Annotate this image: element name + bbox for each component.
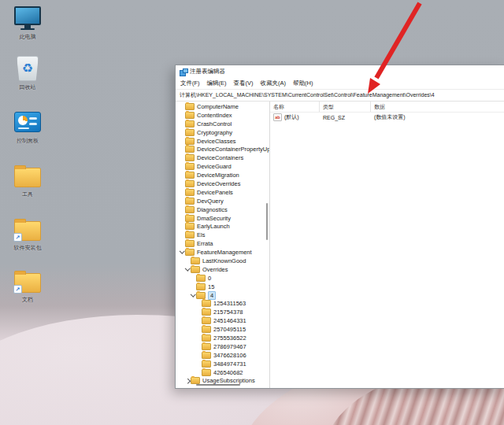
folder-icon bbox=[185, 240, 195, 247]
registry-tree: ComputerNameContentIndexCrashControlCryp… bbox=[176, 102, 270, 388]
desktop-icon-recycle-bin[interactable]: ♻ 回收站 bbox=[3, 55, 52, 91]
tree-item-label: 1254311563 bbox=[213, 300, 246, 307]
folder-icon bbox=[185, 120, 195, 128]
folder-icon bbox=[185, 163, 195, 170]
address-bar[interactable]: 计算机\HKEY_LOCAL_MACHINE\SYSTEM\CurrentCon… bbox=[176, 90, 504, 102]
tree-item-label: DeviceMigration bbox=[197, 172, 239, 179]
tree-item[interactable]: DeviceMigration bbox=[176, 171, 269, 179]
registry-path: 计算机\HKEY_LOCAL_MACHINE\SYSTEM\CurrentCon… bbox=[180, 91, 435, 99]
menu-file[interactable]: 文件(F) bbox=[180, 79, 200, 87]
folder-shortcut-icon: ↗ bbox=[13, 268, 43, 294]
value-name: (默认) bbox=[284, 113, 299, 121]
desktop-icon-this-pc[interactable]: 此电脑 bbox=[3, 5, 52, 40]
window-title: 注册表编辑器 bbox=[190, 68, 225, 76]
tree-vertical-scrollbar[interactable] bbox=[266, 203, 268, 240]
tree-item[interactable]: 4 bbox=[176, 291, 269, 300]
tree-item[interactable]: Errata bbox=[176, 239, 269, 248]
tree-item-label: 215754378 bbox=[213, 309, 243, 316]
value-list: 名称 类型 数据 ab (默认) REG_SZ (数值未设置) bbox=[270, 102, 504, 388]
tree-item[interactable]: 1254311563 bbox=[176, 299, 269, 308]
value-type: REG_SZ bbox=[320, 115, 371, 120]
tree-item[interactable]: FeatureManagement bbox=[176, 248, 269, 257]
tree-item[interactable]: ContentIndex bbox=[176, 111, 269, 120]
folder-icon bbox=[196, 292, 206, 299]
folder-icon bbox=[185, 215, 195, 222]
tree-item[interactable]: Overrides bbox=[176, 265, 269, 274]
tree-item[interactable]: 2755536522 bbox=[176, 334, 269, 342]
tree-item[interactable]: 426540682 bbox=[176, 368, 269, 377]
folder-icon bbox=[202, 300, 211, 307]
tree-item[interactable]: 215754378 bbox=[176, 308, 269, 316]
folder-icon bbox=[185, 231, 195, 238]
menu-help[interactable]: 帮助(H) bbox=[293, 79, 313, 87]
tree-item-label: Overrides bbox=[202, 266, 228, 273]
tree-item-label: 3484974731 bbox=[213, 360, 246, 368]
tree-item[interactable]: EarlyLaunch bbox=[176, 222, 269, 231]
tree-item[interactable]: 15 bbox=[176, 283, 269, 291]
tree-item[interactable]: DmaSecurity bbox=[176, 214, 269, 223]
folder-icon bbox=[202, 334, 211, 342]
folder-shortcut-icon: ↗ bbox=[13, 216, 43, 242]
tree-item-label: 4 bbox=[208, 291, 216, 300]
tree-item-label: LastKnownGood bbox=[202, 257, 246, 264]
regedit-window: 注册表编辑器 文件(F) 编辑(E) 查看(V) 收藏夹(A) 帮助(H) 计算… bbox=[175, 65, 504, 389]
tree-item[interactable]: 2451464331 bbox=[176, 316, 269, 325]
folder-icon bbox=[185, 129, 195, 136]
chevron-collapsed-icon[interactable] bbox=[184, 379, 191, 383]
desktop-icon-label: 回收站 bbox=[20, 84, 36, 91]
reg-sz-icon: ab bbox=[273, 113, 282, 121]
tree-item-label: 3476628106 bbox=[213, 352, 246, 359]
tree-item-label: Diagnostics bbox=[197, 206, 228, 213]
tree-item[interactable]: CrashControl bbox=[176, 120, 269, 128]
desktop-icon-folder-shortcut-2[interactable]: ↗ 文档 bbox=[3, 268, 52, 303]
tree-item[interactable]: LastKnownGood bbox=[176, 257, 269, 265]
desktop-icon-label: 文档 bbox=[22, 297, 33, 303]
tree-item[interactable]: Diagnostics bbox=[176, 205, 269, 214]
column-header-type[interactable]: 类型 bbox=[320, 102, 371, 112]
folder-icon bbox=[13, 162, 43, 189]
tree-item-label: DeviceContainerPropertyUpda bbox=[197, 146, 270, 153]
tree-item[interactable]: DevicePanels bbox=[176, 188, 269, 197]
desktop-icon-control-panel[interactable]: 控制面板 bbox=[3, 109, 52, 144]
folder-icon bbox=[202, 309, 211, 316]
chevron-expanded-icon[interactable] bbox=[179, 250, 185, 254]
chevron-expanded-icon[interactable] bbox=[190, 294, 196, 298]
menu-view[interactable]: 查看(V) bbox=[234, 79, 254, 87]
column-header-data[interactable]: 数据 bbox=[371, 102, 504, 112]
tree-item-label: 2451464331 bbox=[213, 317, 246, 324]
tree-item[interactable]: DeviceContainerPropertyUpda bbox=[176, 145, 269, 153]
tree-item[interactable]: DeviceClasses bbox=[176, 137, 269, 146]
tree-item[interactable]: 2570495115 bbox=[176, 325, 269, 334]
tree-item[interactable]: 0 bbox=[176, 274, 269, 283]
folder-icon bbox=[185, 112, 195, 119]
tree-item-label: 2786979467 bbox=[213, 343, 246, 350]
value-row[interactable]: ab (默认) REG_SZ (数值未设置) bbox=[270, 113, 504, 122]
tree-item-label: 15 bbox=[208, 283, 214, 290]
folder-icon bbox=[185, 103, 195, 110]
control-panel-icon bbox=[13, 109, 43, 135]
tree-item-label: FeatureManagement bbox=[197, 249, 252, 256]
tree-item[interactable]: Cryptography bbox=[176, 128, 269, 137]
tree-item[interactable]: DeviceGuard bbox=[176, 162, 269, 171]
tree-item[interactable]: ComputerName bbox=[176, 102, 269, 111]
menu-favorites[interactable]: 收藏夹(A) bbox=[261, 79, 287, 87]
chevron-expanded-icon[interactable] bbox=[184, 268, 191, 272]
tree-item-label: 0 bbox=[208, 275, 211, 282]
tree-item[interactable]: DeviceContainers bbox=[176, 153, 269, 162]
tree-horizontal-scrollbar[interactable] bbox=[196, 384, 240, 386]
tree-item[interactable]: Els bbox=[176, 231, 269, 239]
menu-edit[interactable]: 编辑(E) bbox=[207, 79, 227, 87]
folder-icon bbox=[191, 266, 200, 273]
desktop-icon-folder-shortcut-1[interactable]: ↗ 软件安装包 bbox=[3, 216, 52, 251]
tree-item[interactable]: 2786979467 bbox=[176, 342, 269, 351]
desktop-icon-folder[interactable]: 工具 bbox=[3, 162, 52, 198]
tree-item[interactable]: DevQuery bbox=[176, 197, 269, 205]
column-header-name[interactable]: 名称 bbox=[270, 102, 320, 112]
tree-item-label: ComputerName bbox=[197, 103, 239, 110]
tree-item[interactable]: DeviceOverrides bbox=[176, 179, 269, 188]
folder-icon bbox=[202, 360, 211, 368]
tree-item[interactable]: 3476628106 bbox=[176, 351, 269, 360]
title-bar[interactable]: 注册表编辑器 bbox=[176, 65, 504, 78]
tree-item[interactable]: 3484974731 bbox=[176, 360, 269, 368]
desktop: 此电脑 ♻ 回收站 控制面板 工具 ↗ 软件安装包 ↗ 文档 注册表编辑器 bbox=[0, 0, 504, 425]
